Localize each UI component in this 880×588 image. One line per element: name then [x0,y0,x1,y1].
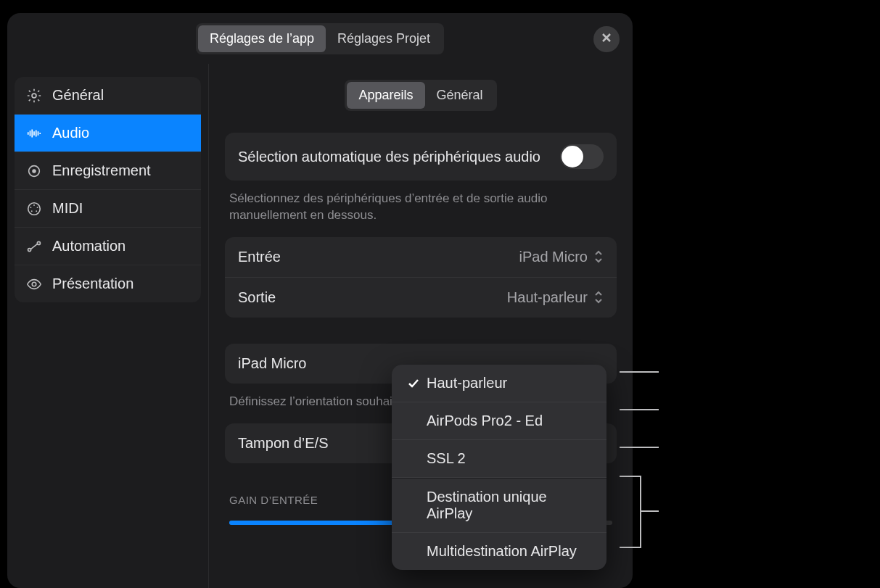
sidebar-item-recording[interactable]: Enregistrement [15,152,201,190]
midi-icon [26,201,42,217]
menu-item-label: SSL 2 [427,450,466,467]
sidebar-item-label: Présentation [52,276,133,292]
sub-tab-bar: Appareils Général [225,80,617,111]
device-name: iPad Micro [238,355,306,372]
sub-tab-general[interactable]: Général [425,82,495,109]
menu-item-airplay-single[interactable]: Destination unique AirPlay [392,479,606,533]
svg-point-5 [30,207,32,208]
input-row[interactable]: Entrée iPad Micro [225,237,617,278]
chevron-up-down-icon [593,250,604,263]
menu-item-label: AirPods Pro2 - Ed [427,413,543,429]
toggle-knob [562,146,583,167]
svg-point-2 [32,169,36,173]
input-value: iPad Micro [519,249,588,265]
content-pane: Appareils Général Sélection automatique … [209,64,633,588]
sidebar: Général Audio Enregistrement [7,64,209,588]
topbar: Réglages de l’app Réglages Projet [7,13,633,64]
svg-point-10 [37,241,40,244]
menu-item-label: Destination unique AirPlay [427,489,593,522]
output-label: Sortie [238,289,276,306]
menu-item-label: Multidestination AirPlay [427,543,577,560]
waveform-icon [26,125,42,141]
auto-select-label: Sélection automatique des périphériques … [238,149,540,165]
sidebar-item-general[interactable]: Général [15,77,201,115]
callout-line [620,547,640,548]
sidebar-item-label: Automation [52,238,126,254]
close-icon [601,32,612,46]
menu-item-label: Haut-parleur [427,375,507,392]
callout-line [620,447,659,448]
sidebar-item-label: MIDI [52,200,83,217]
callout-line [620,476,640,477]
output-row[interactable]: Sortie Haut-parleur [225,278,617,318]
sidebar-item-audio[interactable]: Audio [15,115,201,152]
auto-select-toggle[interactable] [560,144,604,169]
checkmark-icon [405,377,422,390]
sidebar-item-label: Audio [52,125,89,141]
menu-item-airpods[interactable]: AirPods Pro2 - Ed [392,402,606,440]
svg-point-11 [32,282,36,286]
svg-point-6 [37,207,38,208]
close-button[interactable] [593,26,620,52]
automation-icon [26,239,42,254]
menu-item-ssl2[interactable]: SSL 2 [392,440,606,478]
input-label: Entrée [238,249,281,265]
svg-point-0 [32,94,36,98]
callout-line [640,510,659,512]
svg-point-4 [33,204,35,206]
buffer-label: Tampon d’E/S [238,435,329,452]
io-card: Entrée iPad Micro Sortie Haut-parleur [225,237,617,318]
sidebar-panel: Général Audio Enregistrement [15,77,201,302]
menu-item-airplay-multi[interactable]: Multidestination AirPlay [392,533,606,570]
svg-point-8 [36,210,37,212]
record-icon [26,163,42,179]
auto-select-help: Sélectionnez des périphériques d’entrée … [225,191,617,237]
tab-app-settings[interactable]: Réglages de l’app [198,25,326,52]
menu-item-speaker[interactable]: Haut-parleur [392,365,606,402]
top-segmented-control: Réglages de l’app Réglages Projet [196,23,444,54]
svg-point-7 [31,210,33,212]
output-menu: Haut-parleur AirPods Pro2 - Ed SSL 2 Des… [392,365,606,570]
callout-line [620,409,659,410]
tab-project-settings[interactable]: Réglages Projet [326,25,442,52]
gear-icon [26,88,42,104]
output-value: Haut-parleur [507,289,588,306]
eye-icon [26,276,42,292]
sidebar-item-label: Général [52,87,104,104]
sidebar-item-label: Enregistrement [52,162,151,179]
sidebar-item-midi[interactable]: MIDI [15,190,201,228]
settings-window: Réglages de l’app Réglages Projet Généra… [7,13,633,588]
auto-select-row: Sélection automatique des périphériques … [225,133,617,181]
callout-line [640,476,641,548]
sidebar-item-automation[interactable]: Automation [15,228,201,265]
sub-tab-devices[interactable]: Appareils [347,82,424,109]
sidebar-item-presentation[interactable]: Présentation [15,265,201,302]
chevron-up-down-icon [593,291,604,304]
svg-point-9 [28,248,31,251]
callout-line [620,371,659,373]
